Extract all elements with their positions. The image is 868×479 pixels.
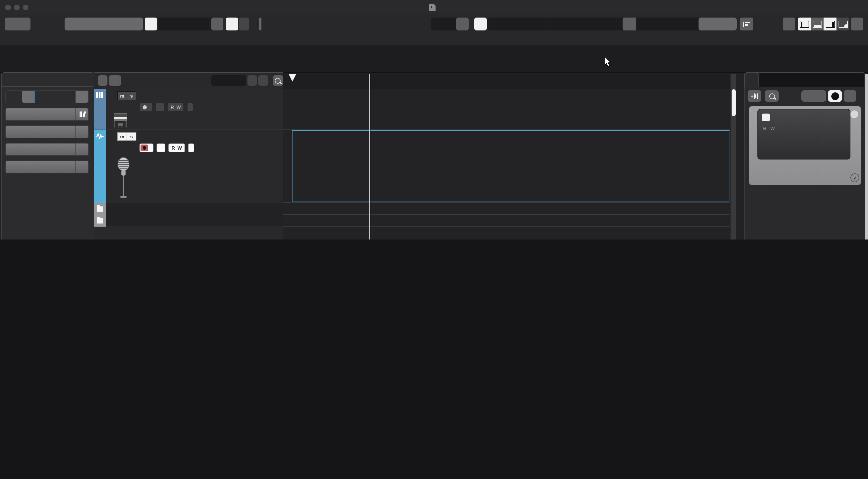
- track-row-piano[interactable]: m s RW: [94, 89, 283, 130]
- automation-mode-button[interactable]: [145, 18, 157, 30]
- left-zone-icon: [800, 21, 809, 28]
- search-icon: [769, 93, 775, 99]
- track-preset-button[interactable]: [109, 75, 121, 86]
- write-automation: W: [177, 105, 181, 110]
- record-monitor-group[interactable]: [140, 103, 152, 111]
- find-instrument-button[interactable]: [765, 90, 779, 102]
- audio-event-lead-vocals[interactable]: [292, 130, 730, 202]
- track-controls: RW: [140, 143, 194, 152]
- grid-type-dropdown[interactable]: [547, 18, 624, 30]
- locator-flag[interactable]: [289, 74, 296, 81]
- folder-icon: [97, 218, 103, 223]
- edit-midi-group[interactable]: [156, 103, 164, 111]
- inserts-bypass-button[interactable]: [75, 161, 88, 173]
- read-write-group[interactable]: RW: [168, 143, 185, 152]
- tab-vsti[interactable]: [745, 72, 759, 87]
- vsti-setup-button[interactable]: [844, 90, 856, 102]
- lower-zone-toggle[interactable]: [811, 18, 824, 30]
- document-icon: [429, 3, 435, 11]
- folder-row-io[interactable]: [94, 215, 283, 227]
- onscreen-keyboard-button[interactable]: [783, 18, 795, 30]
- track-visibility-counter: [211, 75, 246, 86]
- folder-strip: [94, 215, 106, 227]
- instrument-rack-item: R W: [749, 106, 861, 185]
- equalizers-section[interactable]: [5, 143, 89, 156]
- chords-section[interactable]: [5, 126, 89, 138]
- edit-freeze-group[interactable]: [157, 143, 165, 152]
- mouse-cursor: [604, 57, 613, 67]
- track-visibility-agents-button[interactable]: [247, 75, 257, 86]
- channel-strip-button[interactable]: [187, 103, 193, 111]
- channel-strip-button[interactable]: [188, 143, 194, 152]
- window-edge-strip: [865, 74, 868, 240]
- track-row-vocals[interactable]: m s RW: [94, 130, 283, 203]
- solo-button[interactable]: s: [127, 132, 136, 141]
- equal-gain-crossfade-button[interactable]: [456, 18, 469, 30]
- autoscroll-button[interactable]: [226, 18, 238, 30]
- right-zone-toggle[interactable]: [824, 18, 836, 30]
- status-line-setup-button[interactable]: [852, 35, 863, 44]
- search-icon: [275, 78, 281, 83]
- snap-button[interactable]: [474, 18, 487, 30]
- inspector-panel: [1, 72, 95, 240]
- zone-setup-icon: [838, 21, 847, 28]
- color-tool-dropdown[interactable]: [431, 18, 460, 30]
- read-write-group[interactable]: RW: [167, 103, 184, 111]
- solo-button[interactable]: s: [127, 91, 136, 100]
- open-automation-panel-button[interactable]: [211, 18, 223, 30]
- folder-icon: [97, 206, 103, 211]
- expand-arrow-icon[interactable]: [22, 91, 34, 103]
- instrument-controls: [762, 113, 774, 121]
- track-name-section[interactable]: [5, 90, 89, 103]
- zone-setup-button[interactable]: [836, 18, 849, 30]
- read-automation[interactable]: R: [763, 126, 767, 131]
- autoscroll-options-dropdown[interactable]: [239, 18, 249, 30]
- track-color-strip[interactable]: [94, 89, 106, 130]
- status-line: [0, 34, 868, 45]
- project-cursor[interactable]: [369, 74, 370, 240]
- scrollbar-thumb[interactable]: [731, 89, 736, 116]
- collapse-all-button[interactable]: [828, 90, 842, 102]
- record-monitor-group[interactable]: [140, 143, 153, 152]
- rack-scroll-up-button[interactable]: [850, 110, 858, 118]
- left-zone-toggle[interactable]: [798, 18, 811, 30]
- mute-button[interactable]: m: [117, 132, 127, 141]
- inserts-section[interactable]: [5, 161, 89, 173]
- track-versions-section[interactable]: [5, 108, 89, 121]
- edit-channel-button[interactable]: [75, 91, 88, 103]
- lane-separator: [283, 129, 730, 130]
- folder-row-fx[interactable]: [94, 203, 283, 215]
- add-track-button[interactable]: [98, 75, 108, 86]
- event-display-area[interactable]: [283, 74, 730, 240]
- equalizer-curve-button[interactable]: [75, 143, 88, 156]
- vsti-toolbar: +: [748, 90, 861, 102]
- track-filter-button[interactable]: [258, 75, 268, 86]
- find-track-button[interactable]: [273, 75, 283, 86]
- right-zone-tabs: [745, 73, 864, 87]
- quantize-button[interactable]: [623, 18, 636, 30]
- instrument-track-icon: [96, 92, 103, 98]
- quantize-group: [623, 18, 701, 30]
- rack-footer: [749, 187, 860, 197]
- track-color-strip[interactable]: [94, 130, 106, 203]
- record-enable-icon[interactable]: [143, 105, 147, 109]
- audio-track-icon: [96, 133, 104, 139]
- toolbar-setup-button[interactable]: [851, 18, 863, 30]
- right-zone-icon: [826, 21, 835, 28]
- vertical-scrollbar[interactable]: [731, 74, 736, 240]
- quantize-options-group: [699, 18, 737, 30]
- quantize-preset-dropdown[interactable]: [636, 18, 701, 30]
- instrument-power-button[interactable]: [762, 113, 770, 121]
- title-bar: [0, 0, 868, 14]
- snap-type-dropdown[interactable]: [487, 18, 549, 30]
- info-line-setup-button[interactable]: [852, 56, 863, 66]
- piano-image: [113, 112, 128, 129]
- track-list: m s RW m s: [94, 72, 283, 240]
- write-automation[interactable]: W: [770, 126, 775, 131]
- rack-output-button[interactable]: [850, 173, 859, 182]
- mute-button[interactable]: m: [117, 91, 127, 100]
- add-track-instrument-button[interactable]: +: [748, 90, 761, 102]
- audio-alignment-button[interactable]: [740, 18, 753, 30]
- automation-mode-dropdown[interactable]: [158, 18, 216, 30]
- record-enable-icon[interactable]: [141, 144, 148, 151]
